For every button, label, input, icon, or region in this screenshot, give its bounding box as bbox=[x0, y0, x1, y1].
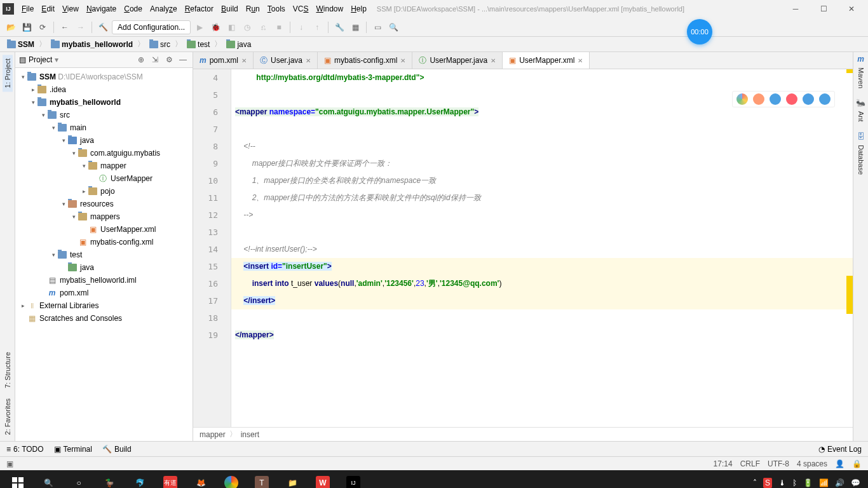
tab-usermapper-xml[interactable]: ▣UserMapper.xml✕ bbox=[503, 52, 590, 69]
search-icon[interactable]: 🔍 bbox=[33, 470, 64, 488]
tab-maven[interactable]: Maven bbox=[856, 64, 866, 92]
menu-code[interactable]: Code bbox=[120, 3, 146, 15]
search-icon[interactable]: 🔍 bbox=[386, 20, 400, 34]
firefox-icon[interactable]: 🦊 bbox=[186, 470, 216, 488]
vcs-commit-icon[interactable]: ↑ bbox=[310, 20, 324, 34]
battery-icon[interactable]: 🔋 bbox=[803, 478, 813, 487]
notifications-icon[interactable]: 💬 bbox=[851, 478, 860, 487]
lock-icon[interactable]: 🔒 bbox=[852, 459, 862, 468]
tree-test-java[interactable]: java bbox=[15, 261, 193, 274]
tree-mappers[interactable]: ▾mappers bbox=[15, 210, 193, 223]
menu-navigate[interactable]: Navigate bbox=[83, 3, 120, 15]
tree-scratches[interactable]: ▦Scratches and Consoles bbox=[15, 312, 193, 325]
safari-icon[interactable] bbox=[770, 93, 781, 105]
menu-refactor[interactable]: Refactor bbox=[181, 3, 217, 15]
tree-pojo[interactable]: ▸pojo bbox=[15, 185, 193, 198]
project-tree[interactable]: ▾SSM D:\IDEA\workspace\SSM ▸.idea ▾mybat… bbox=[15, 68, 193, 327]
nav-src[interactable]: src bbox=[147, 40, 172, 49]
avd-icon[interactable]: ▦ bbox=[348, 20, 362, 34]
tab-terminal[interactable]: ▣Terminal bbox=[54, 445, 92, 454]
run-config-selector[interactable]: Add Configuration... bbox=[112, 20, 191, 34]
menu-build[interactable]: Build bbox=[217, 3, 242, 15]
tray-icon[interactable]: 🌡 bbox=[778, 478, 786, 487]
tree-usermapper-iface[interactable]: ⒾUserMapper bbox=[15, 172, 193, 185]
settings-icon[interactable]: ▭ bbox=[370, 20, 384, 34]
expand-icon[interactable]: ⇲ bbox=[149, 54, 161, 65]
close-icon[interactable]: ✕ bbox=[241, 57, 247, 64]
menu-run[interactable]: Run bbox=[242, 3, 264, 15]
warning-marker[interactable] bbox=[846, 69, 853, 73]
tree-pom[interactable]: mpom.xml bbox=[15, 287, 193, 299]
build-icon[interactable]: 🔨 bbox=[96, 20, 110, 34]
highlight-marker[interactable] bbox=[846, 276, 853, 314]
tree-java[interactable]: ▾java bbox=[15, 134, 193, 147]
close-icon[interactable]: ✕ bbox=[400, 57, 405, 64]
tab-ant[interactable]: Ant bbox=[856, 107, 866, 126]
hide-icon[interactable]: — bbox=[177, 54, 189, 65]
menu-tools[interactable]: Tools bbox=[264, 3, 289, 15]
firefox-icon[interactable] bbox=[753, 93, 764, 105]
app-icon[interactable]: 有道 bbox=[155, 470, 186, 488]
cortana-icon[interactable]: ○ bbox=[64, 470, 94, 488]
debug-icon[interactable]: 🐞 bbox=[208, 20, 222, 34]
marker-strip[interactable] bbox=[845, 69, 853, 427]
tree-pkg[interactable]: ▾com.atguigu.mybatis bbox=[15, 147, 193, 159]
status-indent[interactable]: 4 spaces bbox=[797, 459, 827, 468]
tree-test[interactable]: ▾test bbox=[15, 248, 193, 261]
attach-icon[interactable]: ⎌ bbox=[256, 20, 270, 34]
structure-icon[interactable]: 🔧 bbox=[332, 20, 346, 34]
start-button[interactable] bbox=[3, 470, 33, 488]
edge-icon[interactable] bbox=[819, 93, 831, 105]
profile-icon[interactable]: ◷ bbox=[240, 20, 254, 34]
status-encoding[interactable]: UTF-8 bbox=[768, 459, 789, 468]
editor-body[interactable]: 4 5 6 7 8 9 10 11 12 13 14 15 16 17 18 1… bbox=[193, 69, 853, 427]
nav-root[interactable]: SSM bbox=[5, 40, 36, 49]
intellij-icon[interactable]: IJ bbox=[338, 470, 369, 488]
tool-window-toggle-icon[interactable]: ▣ bbox=[6, 459, 13, 468]
chrome-icon[interactable] bbox=[216, 470, 247, 488]
wps-icon[interactable]: W bbox=[308, 470, 338, 488]
tree-resources[interactable]: ▾resources bbox=[15, 198, 193, 210]
menu-view[interactable]: View bbox=[58, 3, 83, 15]
inspection-icon[interactable]: 👤 bbox=[835, 459, 844, 468]
ie-icon[interactable] bbox=[803, 93, 814, 105]
nav-test[interactable]: test bbox=[185, 40, 212, 49]
explorer-icon[interactable]: 📁 bbox=[277, 470, 308, 488]
menu-edit[interactable]: Edit bbox=[37, 3, 58, 15]
tab-pom[interactable]: mpom.xml✕ bbox=[193, 52, 254, 69]
tab-mybatis-config[interactable]: ▣mybatis-config.xml✕ bbox=[318, 52, 412, 69]
menu-help[interactable]: Help bbox=[347, 3, 370, 15]
menu-analyze[interactable]: Analyze bbox=[146, 3, 181, 15]
coverage-icon[interactable]: ◧ bbox=[224, 20, 238, 34]
timer-badge[interactable]: 00:00 bbox=[687, 19, 712, 44]
app-icon[interactable]: 🦆 bbox=[94, 470, 125, 488]
tree-idea[interactable]: ▸.idea bbox=[15, 83, 193, 96]
tree-usermapper-xml[interactable]: ▣UserMapper.xml bbox=[15, 223, 193, 236]
event-log[interactable]: ◔Event Log bbox=[818, 445, 862, 454]
vcs-update-icon[interactable]: ↓ bbox=[294, 20, 308, 34]
stop-icon[interactable]: ■ bbox=[272, 20, 286, 34]
tab-database[interactable]: Database bbox=[856, 141, 866, 179]
menu-window[interactable]: Window bbox=[312, 3, 347, 15]
close-icon[interactable]: ✕ bbox=[306, 57, 311, 64]
chrome-icon[interactable] bbox=[736, 93, 748, 105]
close-icon[interactable]: ✕ bbox=[578, 57, 583, 64]
tray-up-icon[interactable]: ˄ bbox=[753, 478, 757, 487]
maximize-button[interactable]: ☐ bbox=[810, 0, 837, 18]
app-icon[interactable]: T bbox=[247, 470, 277, 488]
nav-module[interactable]: mybatis_helloworld bbox=[49, 40, 135, 49]
tab-build[interactable]: 🔨Build bbox=[102, 445, 132, 454]
tree-src[interactable]: ▾src bbox=[15, 109, 193, 121]
save-icon[interactable]: 💾 bbox=[20, 20, 34, 34]
app-icon[interactable]: 🐬 bbox=[125, 470, 155, 488]
minimize-button[interactable]: ─ bbox=[782, 0, 810, 18]
menu-vcs[interactable]: VCS bbox=[289, 3, 313, 15]
close-icon[interactable]: ✕ bbox=[491, 57, 496, 64]
opera-icon[interactable] bbox=[786, 93, 797, 105]
tab-project[interactable]: 1: Project bbox=[3, 55, 13, 92]
bluetooth-icon[interactable]: ᛒ bbox=[792, 478, 797, 487]
status-line-sep[interactable]: CRLF bbox=[740, 459, 760, 468]
code-content[interactable]: http://mybatis.org/dtd/mybatis-3-mapper.… bbox=[231, 69, 853, 427]
gear-icon[interactable]: ⚙ bbox=[163, 54, 175, 65]
sync-icon[interactable]: ⟳ bbox=[36, 20, 50, 34]
